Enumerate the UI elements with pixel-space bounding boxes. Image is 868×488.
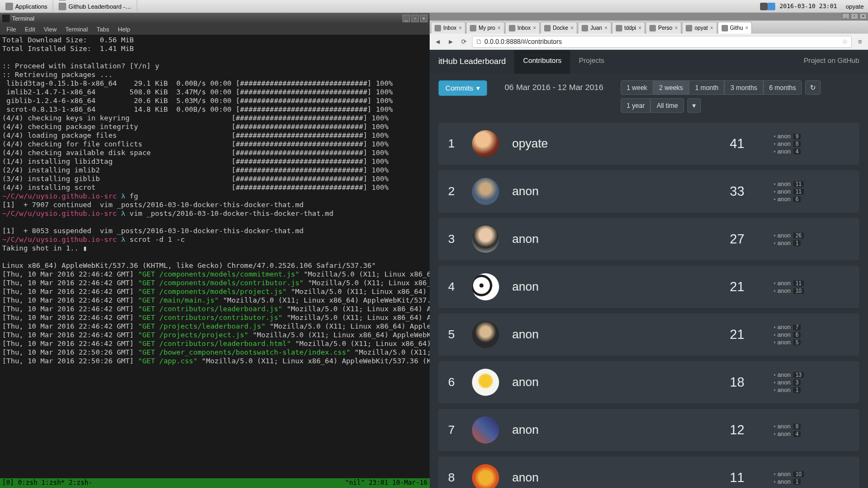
commit-count: 41 <box>712 136 744 151</box>
rank-number: 3 <box>448 232 459 246</box>
app-brand[interactable]: itHub Leaderboard <box>430 50 514 74</box>
browser-tab[interactable]: My pro× <box>466 22 504 34</box>
tab-label: Githu <box>730 25 743 31</box>
tab-close-icon[interactable]: × <box>674 25 678 31</box>
avatar[interactable] <box>472 226 499 253</box>
window-icon <box>59 3 66 10</box>
menu-button[interactable]: ≡ <box>855 37 865 47</box>
avatar[interactable] <box>472 178 499 205</box>
terminal-window: Terminal _ ▫ × FileEditViewTerminalTabsH… <box>0 13 430 488</box>
range-button[interactable]: 6 months <box>763 80 802 95</box>
tmux-status-right: "nil" 23:01 10-Mar-16 <box>345 479 427 487</box>
browser-close[interactable]: × <box>859 13 867 20</box>
tab-close-icon[interactable]: × <box>745 25 748 31</box>
leaderboard-row[interactable]: 4anon21anon 11anon 10 <box>438 266 859 308</box>
range-button[interactable]: 1 year <box>621 98 650 113</box>
contributor-name[interactable]: anon <box>512 280 699 294</box>
tray-icon-2[interactable] <box>768 3 775 10</box>
caret-down-icon: ▾ <box>476 84 480 92</box>
browser-tab[interactable]: opyat× <box>682 22 717 34</box>
range-button[interactable]: All time <box>650 98 684 113</box>
commits-dropdown[interactable]: Commits ▾ <box>438 80 487 96</box>
url-bar[interactable]: 🗋 0.0.0.0:8888/#/contributors ☆ <box>472 36 852 48</box>
maximize-button[interactable]: ▫ <box>411 15 419 22</box>
tab-label: Docke <box>553 25 568 31</box>
terminal-menu-item[interactable]: View <box>40 25 61 34</box>
nav-contributors[interactable]: Contributors <box>514 50 570 74</box>
avatar[interactable] <box>472 464 499 488</box>
tmux-status-left: [0] 0:zsh 1:zsh* 2:zsh- <box>2 479 92 487</box>
tab-close-icon[interactable]: × <box>570 25 573 31</box>
browser-tabstrip: Inbox×My pro×Inbox×Docke×Juan×tddpi×Pers… <box>430 21 868 34</box>
refresh-button[interactable]: ↻ <box>805 80 821 95</box>
leaderboard-row[interactable]: 5anon21anon 7anon 6anon 5 <box>438 313 859 356</box>
terminal-menu-item[interactable]: File <box>2 25 21 34</box>
terminal-menu-item[interactable]: Tabs <box>92 25 113 34</box>
range-button[interactable]: 3 months <box>724 80 763 95</box>
tab-close-icon[interactable]: × <box>604 25 608 31</box>
leaderboard-row[interactable]: 3anon27anon 26anon 1 <box>438 218 859 260</box>
browser-tab[interactable]: Githu× <box>718 22 752 34</box>
browser-tab[interactable]: Juan× <box>578 22 611 34</box>
user-label[interactable]: opyate <box>841 3 868 10</box>
contributor-name[interactable]: anon <box>512 328 699 342</box>
breakdown-list: anon 10anon 1 <box>774 470 850 485</box>
browser-tab[interactable]: Inbox× <box>505 22 540 34</box>
tab-close-icon[interactable]: × <box>458 25 462 31</box>
leaderboard-row[interactable]: 8anon11anon 10anon 1 <box>438 457 859 488</box>
taskbar-window-item[interactable]: Github Leaderboard -… <box>53 2 137 11</box>
tab-close-icon[interactable]: × <box>497 25 501 31</box>
terminal-menu-item[interactable]: Edit <box>21 25 40 34</box>
browser-tab[interactable]: Inbox× <box>431 22 465 34</box>
tab-close-icon[interactable]: × <box>638 25 641 31</box>
contributor-name[interactable]: anon <box>512 184 699 198</box>
leaderboard-list[interactable]: 1opyate41anon 9anon 8anon 42anon33anon 1… <box>430 123 868 488</box>
contributor-name[interactable]: anon <box>512 423 699 437</box>
tray-icon-1[interactable] <box>760 3 768 10</box>
leaderboard-row[interactable]: 1opyate41anon 9anon 8anon 4 <box>438 123 859 165</box>
bookmark-star-icon[interactable]: ☆ <box>842 38 848 46</box>
browser-tab[interactable]: Perso× <box>646 22 681 34</box>
minimize-button[interactable]: _ <box>403 15 410 22</box>
tab-favicon <box>616 25 622 31</box>
range-button[interactable]: 1 week <box>621 80 653 95</box>
terminal-titlebar[interactable]: Terminal _ ▫ × <box>0 13 430 24</box>
breakdown-item: anon 7 <box>774 323 850 331</box>
breakdown-item: anon 11 <box>774 279 850 287</box>
avatar[interactable] <box>472 321 499 348</box>
range-button[interactable]: 2 weeks <box>653 80 689 95</box>
browser-minimize[interactable]: _ <box>842 13 850 20</box>
range-button[interactable]: 1 month <box>689 80 724 95</box>
browser-tab[interactable]: tddpi× <box>612 22 646 34</box>
nav-project-on-github[interactable]: Project on GitHub <box>795 50 868 74</box>
tab-close-icon[interactable]: × <box>533 25 536 31</box>
avatar[interactable] <box>472 273 499 300</box>
contributor-name[interactable]: anon <box>512 232 699 246</box>
leaderboard-row[interactable]: 7anon12anon 8anon 4 <box>438 409 859 451</box>
avatar[interactable] <box>472 416 499 444</box>
reload-button[interactable]: ⟳ <box>459 37 469 47</box>
back-button[interactable]: ◄ <box>433 37 443 47</box>
tab-close-icon[interactable]: × <box>710 25 713 31</box>
terminal-body[interactable]: Total Download Size: 0.56 MiB Total Inst… <box>0 35 430 478</box>
avatar[interactable] <box>472 130 499 157</box>
range-more-button[interactable]: ▾ <box>687 98 701 113</box>
applications-menu[interactable]: Applications <box>0 0 53 12</box>
leaderboard-row[interactable]: 2anon33anon 11anon 11anon 6 <box>438 170 859 213</box>
browser-tab[interactable]: Docke× <box>540 22 577 34</box>
contributor-name[interactable]: anon <box>512 471 699 485</box>
avatar[interactable] <box>472 369 499 396</box>
contributor-name[interactable]: opyate <box>512 137 699 151</box>
nav-projects[interactable]: Projects <box>570 50 613 74</box>
forward-button[interactable]: ► <box>446 37 456 47</box>
terminal-menu-item[interactable]: Terminal <box>61 25 92 34</box>
terminal-icon <box>2 15 10 22</box>
contributor-name[interactable]: anon <box>512 375 699 389</box>
leaderboard-row[interactable]: 6anon18anon 13anon 3anon 1 <box>438 361 859 403</box>
commits-label: Commits <box>445 84 473 92</box>
terminal-menu-item[interactable]: Help <box>113 25 135 34</box>
breakdown-list: anon 8anon 4 <box>774 422 850 438</box>
date-range-label: 06 Mar 2016 - 12 Mar 2016 <box>494 80 614 94</box>
browser-maximize[interactable]: ▫ <box>851 13 858 20</box>
close-button[interactable]: × <box>420 15 427 22</box>
